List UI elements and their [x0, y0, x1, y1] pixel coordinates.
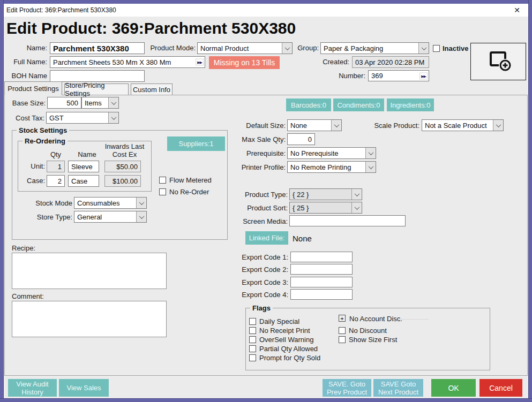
max-sale-qty-label: Max Sale Qty:: [238, 135, 286, 144]
product-sort-select[interactable]: { 25 }: [289, 202, 362, 214]
daily-special-label: Daily Special: [259, 317, 299, 325]
export-code-3-label: Export Code 3:: [236, 278, 288, 287]
oversell-warning-checkbox[interactable]: [249, 336, 256, 343]
fast-forward-icon[interactable]: ▶▶: [419, 72, 428, 79]
group-select[interactable]: Paper & Packaging: [320, 42, 429, 54]
comment-textarea[interactable]: [12, 301, 167, 337]
chevron-down-icon: [136, 211, 146, 222]
store-type-select[interactable]: General: [74, 211, 147, 223]
cancel-button[interactable]: Cancel: [479, 379, 522, 397]
export-code-2-input[interactable]: [290, 264, 353, 275]
chevron-down-icon: [108, 97, 118, 108]
save-goto-next-product-button[interactable]: SAVE Goto Next Product: [373, 379, 423, 397]
no-receipt-print-label: No Receipt Print: [259, 327, 310, 335]
decorative-line: [401, 319, 429, 320]
unit-label: Unit:: [27, 162, 45, 171]
default-size-label: Default Size:: [244, 122, 286, 130]
product-type-label: Product Type:: [238, 191, 288, 199]
page-title: Edit Product: 369:Parchment 530X380: [6, 19, 296, 37]
copy-add-icon: [484, 50, 512, 73]
tab-product-settings[interactable]: Product Settings: [4, 81, 62, 95]
full-name-input[interactable]: Parchment Sheets 530 Mm X 380 Mm ▶▶: [50, 56, 205, 68]
tab-custom-info[interactable]: Custom Info: [131, 84, 173, 95]
no-receipt-print-checkbox[interactable]: [249, 327, 256, 334]
store-type-label: Store Type:: [21, 213, 72, 222]
save-goto-prev-product-button[interactable]: SAVE. Goto Prev Product: [323, 379, 371, 397]
chevron-down-icon: [282, 43, 292, 54]
screen-media-input[interactable]: [289, 215, 406, 226]
screen-media-label: Screen Media:: [236, 217, 288, 226]
scale-product-select[interactable]: Not a Scale Product: [422, 119, 504, 131]
no-reorder-checkbox[interactable]: [159, 188, 166, 195]
printer-profile-select[interactable]: No Remote Printing: [287, 161, 376, 173]
case-cost-field: $100.00: [104, 175, 141, 187]
chevron-down-icon: [365, 162, 376, 172]
stock-mode-select[interactable]: Consumables: [74, 197, 147, 209]
no-discount-checkbox[interactable]: [339, 327, 346, 334]
name-input[interactable]: Parchment 530X380: [50, 42, 145, 54]
stock-settings-title: Stock Settings: [17, 126, 69, 134]
case-name-input[interactable]: Case: [68, 175, 99, 187]
unit-qty-input[interactable]: 1: [47, 161, 65, 172]
chevron-down-icon: [351, 189, 362, 200]
product-type-select[interactable]: { 22 }: [289, 188, 362, 200]
product-mode-label: Product Mode:: [145, 44, 196, 52]
prerequisite-select[interactable]: No Prerequisite: [287, 147, 376, 159]
unit-cost-field: $50.00: [104, 161, 141, 172]
partial-qty-allowed-checkbox[interactable]: [249, 345, 256, 352]
case-qty-input[interactable]: 2: [47, 175, 65, 187]
prompt-for-qty-sold-checkbox[interactable]: [249, 354, 256, 361]
case-label: Case:: [27, 177, 45, 185]
prompt-for-qty-sold-label: Prompt for Qty Sold: [259, 354, 320, 362]
export-code-3-input[interactable]: [290, 277, 353, 287]
ok-button[interactable]: OK: [431, 379, 476, 397]
export-code-4-input[interactable]: [290, 289, 353, 300]
ingredients-button[interactable]: Ingredients:0: [387, 98, 434, 111]
show-size-first-label: Show Size First: [349, 336, 397, 344]
cost-tax-select[interactable]: GST: [46, 112, 119, 124]
col-inwards-last-cost: Inwards Last Cost Ex: [104, 142, 145, 158]
view-audit-history-button[interactable]: View Audit History: [8, 379, 57, 397]
recipe-label: Recipe:: [12, 244, 60, 253]
copy-product-button[interactable]: [470, 43, 526, 80]
base-size-input[interactable]: 500: [47, 97, 81, 109]
default-size-select[interactable]: None: [287, 119, 342, 131]
linked-file-button[interactable]: Linked File:: [245, 231, 288, 245]
unit-name-input[interactable]: Sleeve: [68, 161, 99, 172]
chevron-down-icon: [331, 120, 341, 131]
export-code-1-input[interactable]: [290, 252, 353, 262]
recipe-textarea[interactable]: [12, 253, 167, 289]
export-code-2-label: Export Code 2:: [236, 266, 288, 274]
flow-metered-label: Flow Metered: [169, 176, 212, 184]
barcodes-button[interactable]: Barcodes:0: [286, 98, 331, 111]
condiments-button[interactable]: Condiments:0: [333, 98, 384, 111]
no-account-disc-expander[interactable]: +: [339, 315, 346, 322]
flow-metered-checkbox[interactable]: [159, 177, 166, 184]
daily-special-checkbox[interactable]: [249, 318, 256, 325]
boh-name-label: BOH Name: [6, 72, 47, 80]
fast-forward-icon[interactable]: ▶▶: [196, 59, 204, 66]
inactive-checkbox[interactable]: [433, 45, 440, 52]
chevron-down-icon: [493, 120, 503, 131]
window-title: Edit Product: 369:Parchment 530X380: [4, 6, 116, 14]
group-label: Group:: [295, 44, 319, 52]
view-sales-button[interactable]: View Sales: [59, 379, 109, 397]
show-size-first-checkbox[interactable]: [339, 336, 346, 343]
inactive-label: Inactive: [443, 44, 468, 52]
product-mode-select[interactable]: Normal Product: [197, 42, 293, 54]
chevron-down-icon: [351, 202, 362, 213]
suppliers-button[interactable]: Suppliers:1: [167, 136, 225, 151]
chevron-down-icon: [136, 198, 146, 208]
base-size-unit-select[interactable]: Items: [81, 97, 119, 109]
chevron-down-icon: [108, 112, 118, 123]
number-input[interactable]: 369 ▶▶: [368, 70, 429, 81]
max-sale-qty-input[interactable]: 0: [287, 133, 315, 145]
window-frame-bottom: [0, 398, 532, 402]
tab-store-pricing-settings[interactable]: Store/Pricing Settings: [64, 84, 129, 95]
boh-name-input[interactable]: [50, 70, 145, 82]
close-icon[interactable]: ✕: [510, 4, 524, 17]
export-code-4-label: Export Code 4:: [236, 291, 288, 299]
number-label: Number:: [333, 72, 365, 80]
no-discount-label: No Discount: [349, 327, 387, 335]
created-field: 03 Apr 2020 02:28 PM: [352, 56, 429, 68]
